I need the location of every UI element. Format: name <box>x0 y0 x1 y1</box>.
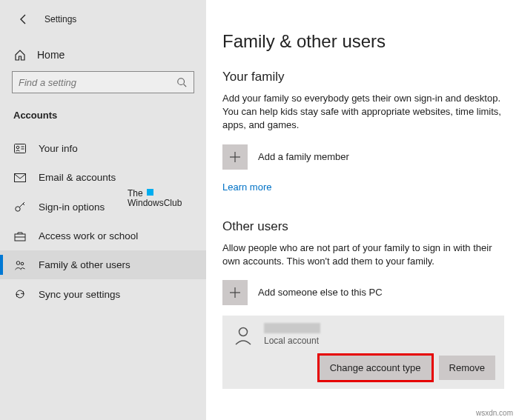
nav-label: Access work or school <box>39 230 138 241</box>
mail-icon <box>13 173 27 182</box>
nav-label: Your info <box>39 143 78 154</box>
remove-account-button[interactable]: Remove <box>439 356 495 380</box>
watermark-footer: wsxdn.com <box>476 409 513 417</box>
svg-point-0 <box>178 79 185 85</box>
nav-label: Sync your settings <box>39 289 120 300</box>
svg-point-3 <box>16 146 19 149</box>
briefcase-icon <box>13 231 27 241</box>
family-section-desc: Add your family so everybody gets their … <box>222 92 504 133</box>
nav-label: Family & other users <box>39 259 130 270</box>
user-avatar-icon <box>231 323 255 347</box>
page-title: Family & other users <box>222 31 504 52</box>
user-name-redacted <box>264 323 320 333</box>
nav-access-work-school[interactable]: Access work or school <box>0 221 206 250</box>
svg-rect-6 <box>15 173 26 181</box>
svg-point-13 <box>21 262 24 265</box>
nav-label: Email & accounts <box>39 172 116 183</box>
change-account-type-button[interactable]: Change account type <box>320 356 432 380</box>
svg-point-7 <box>16 207 20 211</box>
plus-icon <box>222 144 248 170</box>
other-users-title: Other users <box>222 219 504 234</box>
svg-point-18 <box>239 327 248 336</box>
id-card-icon <box>13 144 27 153</box>
svg-line-9 <box>23 204 24 205</box>
nav-family-other-users[interactable]: Family & other users <box>0 250 206 279</box>
add-family-member[interactable]: Add a family member <box>222 144 504 170</box>
home-icon <box>13 49 27 61</box>
svg-point-12 <box>16 261 20 264</box>
other-users-desc: Allow people who are not part of your fa… <box>222 241 504 268</box>
settings-sidebar: Settings Home Accounts Your info E <box>0 0 206 420</box>
nav-signin-options[interactable]: Sign-in options <box>0 192 206 221</box>
window-title: Settings <box>44 14 76 24</box>
people-icon <box>13 260 27 270</box>
search-icon <box>176 77 188 87</box>
nav-home[interactable]: Home <box>0 43 206 71</box>
search-input[interactable] <box>19 77 176 88</box>
user-account-type: Local account <box>264 336 320 346</box>
nav-sync-settings[interactable]: Sync your settings <box>0 279 206 309</box>
add-other-label: Add someone else to this PC <box>258 287 383 298</box>
nav-email-accounts[interactable]: Email & accounts <box>0 163 206 192</box>
svg-line-1 <box>184 84 187 87</box>
nav-your-info[interactable]: Your info <box>0 134 206 163</box>
learn-more-link[interactable]: Learn more <box>222 181 271 193</box>
section-label: Accounts <box>0 110 206 134</box>
plus-icon <box>222 280 248 305</box>
family-section-title: Your family <box>222 70 504 84</box>
search-box[interactable] <box>12 71 194 93</box>
sync-icon <box>13 288 27 300</box>
add-other-user[interactable]: Add someone else to this PC <box>222 280 504 305</box>
user-account-block[interactable]: Local account Change account type Remove <box>222 316 504 389</box>
add-family-label: Add a family member <box>258 151 349 162</box>
nav-label: Sign-in options <box>39 201 105 213</box>
key-icon <box>13 201 27 213</box>
nav-home-label: Home <box>37 49 65 61</box>
back-button[interactable] <box>13 9 34 30</box>
main-content: Family & other users Your family Add you… <box>206 0 519 420</box>
arrow-left-icon <box>18 13 30 25</box>
